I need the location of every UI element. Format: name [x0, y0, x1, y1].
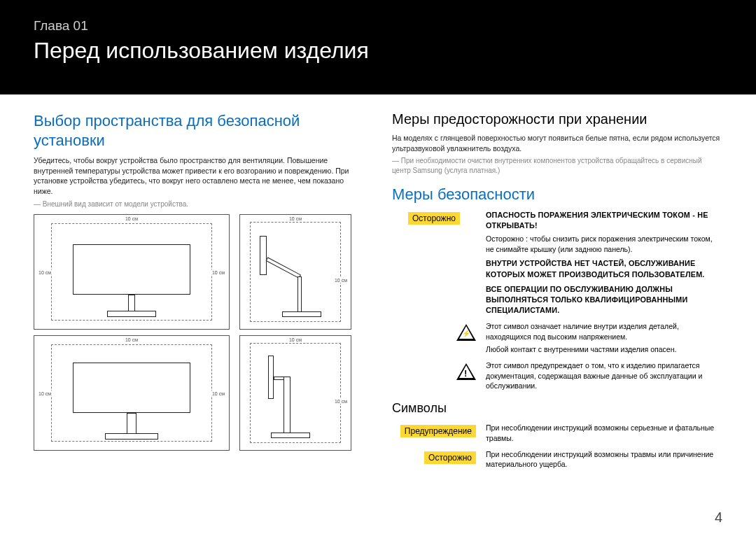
caution-line3: ВНУТРИ УСТРОЙСТВА НЕТ ЧАСТЕЙ, ОБСЛУЖИВАН…	[486, 258, 722, 279]
diagram-front-stand: 10 см 10 см 10 см	[34, 214, 230, 330]
dim-left: 10 см	[37, 269, 52, 274]
triangle-bolt-row: Этот символ означает наличие внутри изде…	[392, 321, 722, 355]
chapter-label: Глава 01	[34, 18, 722, 34]
dim-right-s: 10 см	[333, 278, 349, 283]
caution-label-cell: Осторожно	[392, 210, 476, 226]
installation-note: Внешний вид зависит от модели устройства…	[34, 199, 364, 209]
caution-line4: ВСЕ ОПЕРАЦИИ ПО ОБСЛУЖИВАНИЮ ДОЛЖНЫ ВЫПО…	[486, 284, 722, 316]
warning-row: Предупреждение При несоблюдении инструкц…	[392, 423, 722, 443]
triangle-excl-row: Этот символ предупреждает о том, что к и…	[392, 360, 722, 391]
heading-installation-space: Выбор пространства для безопасной устано…	[34, 111, 364, 150]
diagram-row-1: 10 см 10 см 10 см 10 см 10 см	[34, 214, 364, 330]
triangle-exclamation-icon	[392, 360, 476, 380]
dim-right2s: 10 см	[333, 399, 349, 404]
triangle-bolt-text: Этот символ означает наличие внутри изде…	[486, 321, 722, 355]
bolt-text-1: Этот символ означает наличие внутри изде…	[486, 321, 722, 342]
warning-label: Предупреждение	[400, 425, 476, 437]
dim-top2s: 10 см	[288, 337, 303, 342]
diagram-front-pillar: 10 см 10 см 10 см	[34, 335, 230, 451]
diagram-side-arm: 10 см 10 см	[239, 214, 351, 330]
diagram-row-2: 10 см 10 см 10 см 10 см 10 см	[34, 335, 364, 451]
header-band: Глава 01 Перед использованием изделия	[0, 0, 756, 94]
bolt-text-2: Любой контакт с внутренними частями изде…	[486, 344, 722, 355]
triangle-bolt-icon	[392, 321, 476, 341]
installation-paragraph: Убедитесь, чтобы вокруг устройства было …	[34, 155, 364, 197]
content-columns: Выбор пространства для безопасной устано…	[0, 94, 756, 475]
page-number: 4	[715, 510, 722, 526]
caution-row-bottom: Осторожно При несоблюдении инструкций во…	[392, 449, 722, 470]
right-column: Меры предосторожности при хранении На мо…	[392, 111, 722, 475]
caution-text: ОПАСНОСТЬ ПОРАЖЕНИЯ ЭЛЕКТРИЧЕСКИМ ТОКОМ …	[486, 210, 722, 316]
heading-symbols: Символы	[392, 401, 722, 416]
left-column: Выбор пространства для безопасной устано…	[34, 111, 364, 475]
storage-paragraph: На моделях с глянцевой поверхностью могу…	[392, 133, 722, 153]
caution-line2: Осторожно : чтобы снизить риск поражения…	[486, 234, 722, 254]
dim-right: 10 см	[211, 269, 226, 274]
diagram-side-pillar: 10 см 10 см	[239, 335, 351, 451]
warning-text: При несоблюдении инструкций возможны сер…	[486, 423, 722, 443]
dim-top-s: 10 см	[288, 216, 303, 221]
dim-top2: 10 см	[124, 337, 139, 342]
caution-label-cell-bottom: Осторожно	[392, 449, 476, 465]
warning-label-cell: Предупреждение	[392, 423, 476, 439]
dim-left2: 10 см	[37, 391, 52, 395]
dim-top: 10 см	[124, 216, 139, 221]
caution-block: Осторожно ОПАСНОСТЬ ПОРАЖЕНИЯ ЭЛЕКТРИЧЕС…	[392, 210, 722, 316]
chapter-title: Перед использованием изделия	[34, 38, 722, 64]
heading-storage-precautions: Меры предосторожности при хранении	[392, 111, 722, 127]
caution-text-bottom: При несоблюдении инструкций возможны тра…	[486, 449, 722, 470]
storage-note: При необходимости очистки внутренних ком…	[392, 156, 722, 175]
dim-right2: 10 см	[211, 391, 226, 395]
caution-label-bottom: Осторожно	[424, 451, 476, 464]
heading-safety: Меры безопасности	[392, 185, 722, 204]
caution-line1: ОПАСНОСТЬ ПОРАЖЕНИЯ ЭЛЕКТРИЧЕСКИМ ТОКОМ …	[486, 210, 722, 231]
caution-label: Осторожно	[408, 212, 460, 225]
triangle-excl-text: Этот символ предупреждает о том, что к и…	[486, 360, 722, 391]
